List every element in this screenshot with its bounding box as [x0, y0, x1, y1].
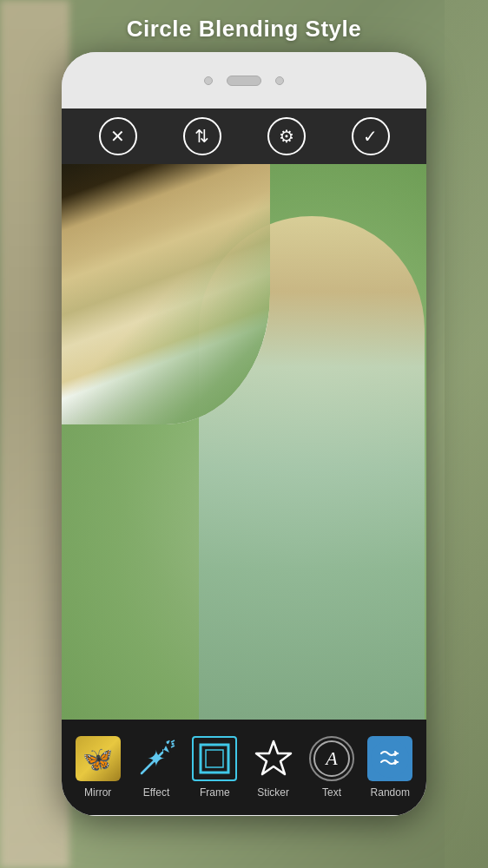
sticker-tool[interactable]: Sticker [249, 736, 298, 799]
edit-toolbar: ✕ ⇅ ⚙ ✓ [62, 108, 426, 164]
phone-frame: ✕ ⇅ ⚙ ✓ Mirror [62, 52, 426, 816]
frame-tool[interactable]: Frame [190, 736, 239, 799]
sticker-label: Sticker [257, 786, 289, 799]
effect-label: Effect [143, 786, 169, 799]
svg-line-4 [171, 740, 175, 742]
text-icon: A [309, 736, 354, 781]
sticker-icon [251, 736, 296, 781]
gear-icon: ⚙ [279, 128, 294, 145]
phone-camera [204, 76, 213, 85]
text-label: Text [322, 786, 341, 799]
svg-text:A: A [324, 747, 338, 769]
svg-rect-8 [206, 750, 223, 767]
random-svg [369, 738, 411, 779]
frame-svg [197, 741, 232, 776]
confirm-button[interactable]: ✓ [352, 117, 390, 155]
background-right [445, 0, 488, 868]
photo-canvas[interactable] [62, 164, 426, 720]
check-icon: ✓ [363, 128, 378, 145]
svg-point-5 [166, 741, 168, 744]
phone-top [62, 52, 426, 108]
text-svg: A [313, 740, 351, 778]
svg-point-6 [171, 743, 174, 746]
bottom-toolbar: Mirror Effect [62, 720, 426, 815]
random-tool[interactable]: Random [366, 736, 414, 799]
random-label: Random [371, 786, 410, 799]
page-title: Circle Blending Style [0, 16, 488, 43]
phone-speaker [227, 76, 261, 86]
frame-label: Frame [200, 786, 230, 799]
phone-bottom [62, 815, 426, 816]
svg-marker-9 [256, 741, 291, 774]
blend-photo [62, 164, 270, 424]
mirror-icon [76, 736, 121, 781]
settings-button[interactable]: ⚙ [267, 117, 306, 155]
circle-blend-overlay [62, 164, 270, 424]
svg-marker-1 [162, 746, 169, 753]
swap-icon: ⇅ [195, 128, 209, 145]
swap-button[interactable]: ⇅ [183, 117, 221, 155]
text-tool[interactable]: A Text [307, 736, 356, 799]
svg-line-3 [171, 746, 175, 747]
random-icon [367, 736, 412, 781]
effect-icon [134, 736, 179, 781]
svg-rect-7 [201, 745, 228, 773]
frame-icon [192, 736, 237, 781]
star-svg [253, 738, 294, 779]
mirror-label: Mirror [84, 786, 111, 799]
cancel-button[interactable]: ✕ [99, 117, 137, 155]
cancel-icon: ✕ [110, 128, 125, 145]
effect-tool[interactable]: Effect [132, 736, 181, 799]
mirror-tool[interactable]: Mirror [74, 736, 122, 799]
phone-camera-2 [275, 76, 284, 85]
svg-point-12 [371, 740, 409, 778]
wand-svg [135, 737, 178, 780]
svg-line-0 [142, 753, 162, 773]
background-left [0, 0, 69, 868]
